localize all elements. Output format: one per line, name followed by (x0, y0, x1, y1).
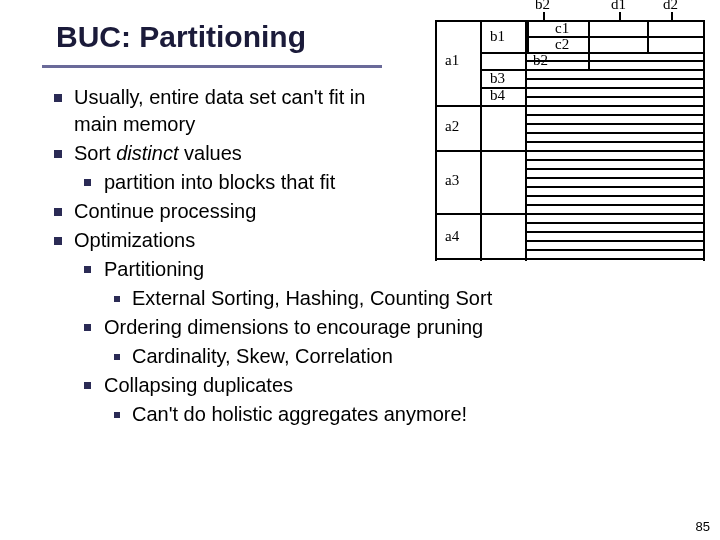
text-italic: distinct (116, 142, 178, 164)
hline (435, 258, 703, 260)
bullet-opt-sorting: External Sorting, Hashing, Counting Sort (110, 285, 680, 312)
hline (525, 114, 703, 116)
hline (525, 96, 703, 98)
hline (525, 249, 703, 251)
hline (525, 240, 703, 242)
diagram-label-a2: a2 (445, 118, 459, 135)
slide-title: BUC: Partitioning (56, 20, 306, 54)
bullet-opt-ordering-detail: Cardinality, Skew, Correlation (110, 343, 680, 370)
text: values (179, 142, 242, 164)
text: Can't do holistic aggregates anymore! (132, 403, 467, 425)
text: Collapsing duplicates (104, 374, 293, 396)
hline (525, 204, 703, 206)
partition-diagram: b2 d1 d2 (395, 0, 715, 265)
bullet-opt-collapsing-detail: Can't do holistic aggregates anymore! (110, 401, 680, 428)
vline (435, 20, 437, 261)
page-number: 85 (696, 519, 710, 534)
hline (525, 222, 703, 224)
text: Optimizations (74, 229, 195, 251)
text: Partitioning (104, 258, 204, 280)
text: Continue processing (74, 200, 256, 222)
text: Ordering dimensions to encourage pruning (104, 316, 483, 338)
hline (525, 78, 703, 80)
text: External Sorting, Hashing, Counting Sort (132, 287, 492, 309)
bullet-opt-collapsing: Collapsing duplicates (80, 372, 680, 399)
hline (525, 159, 703, 161)
hline (480, 69, 703, 71)
text: Sort (74, 142, 116, 164)
hline (435, 105, 703, 107)
title-underline (42, 65, 382, 68)
hline (435, 150, 703, 152)
diagram-label-b1: b1 (490, 28, 505, 45)
vline (703, 20, 705, 261)
diagram-label-c2: c2 (555, 36, 569, 53)
diagram-label-a4: a4 (445, 228, 459, 245)
hline (525, 132, 703, 134)
text: Cardinality, Skew, Correlation (132, 345, 393, 367)
diagram-label-c1: c1 (555, 20, 569, 37)
hline (435, 213, 703, 215)
hline (525, 60, 703, 62)
hline (480, 87, 703, 89)
diagram-label-b2b: b2 (533, 52, 548, 69)
slide: BUC: Partitioning Usually, entire data s… (0, 0, 720, 540)
hline (525, 177, 703, 179)
vline (480, 20, 482, 261)
diagram-label-b3: b3 (490, 70, 505, 87)
hline (525, 231, 703, 233)
hline (525, 195, 703, 197)
bullet-opt-ordering: Ordering dimensions to encourage pruning (80, 314, 680, 341)
diagram-label-a1: a1 (445, 52, 459, 69)
text: Usually, entire data set can't fit in ma… (74, 86, 365, 135)
hline (525, 36, 703, 38)
bullet-memory: Usually, entire data set can't fit in ma… (50, 84, 404, 138)
hline (525, 186, 703, 188)
diagram-label-b4: b4 (490, 87, 505, 104)
hline (480, 52, 703, 54)
text: partition into blocks that fit (104, 171, 335, 193)
hline (525, 141, 703, 143)
hline (525, 123, 703, 125)
vline (588, 20, 590, 71)
hline (525, 168, 703, 170)
diagram-label-a3: a3 (445, 172, 459, 189)
